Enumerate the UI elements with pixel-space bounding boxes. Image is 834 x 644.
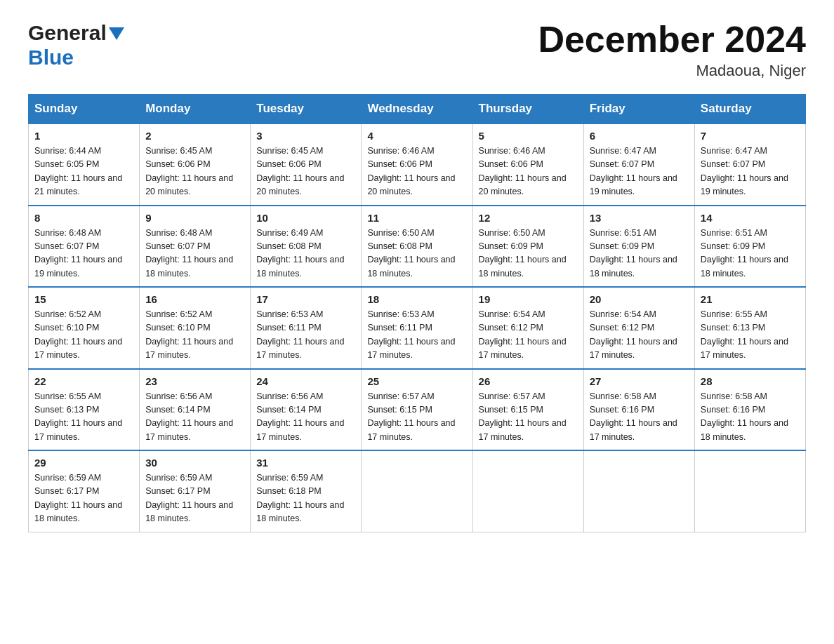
logo: General Blue (28, 21, 124, 69)
calendar-cell: 9 Sunrise: 6:48 AM Sunset: 6:07 PM Dayli… (140, 206, 251, 288)
day-info: Sunrise: 6:53 AM Sunset: 6:11 PM Dayligh… (367, 308, 466, 363)
day-info: Sunrise: 6:51 AM Sunset: 6:09 PM Dayligh… (701, 227, 800, 281)
day-info: Sunrise: 6:48 AM Sunset: 6:07 PM Dayligh… (145, 227, 244, 281)
col-saturday: Saturday (694, 95, 805, 124)
day-info: Sunrise: 6:56 AM Sunset: 6:14 PM Dayligh… (145, 390, 244, 445)
calendar-cell: 26 Sunrise: 6:57 AM Sunset: 6:15 PM Dayl… (472, 369, 583, 451)
calendar-cell: 20 Sunrise: 6:54 AM Sunset: 6:12 PM Dayl… (583, 287, 694, 369)
day-number: 5 (479, 130, 578, 142)
day-number: 19 (479, 293, 578, 305)
day-info: Sunrise: 6:47 AM Sunset: 6:07 PM Dayligh… (590, 145, 689, 199)
day-number: 9 (145, 212, 244, 224)
day-info: Sunrise: 6:58 AM Sunset: 6:16 PM Dayligh… (590, 390, 689, 445)
calendar-cell: 5 Sunrise: 6:46 AM Sunset: 6:06 PM Dayli… (472, 123, 583, 206)
day-number: 1 (34, 130, 133, 142)
calendar-cell: 29 Sunrise: 6:59 AM Sunset: 6:17 PM Dayl… (29, 450, 140, 532)
day-number: 6 (590, 130, 689, 142)
day-number: 27 (590, 375, 689, 387)
day-number: 18 (367, 293, 466, 305)
day-number: 15 (34, 293, 133, 305)
calendar-cell (694, 450, 805, 532)
day-number: 28 (701, 375, 800, 387)
day-info: Sunrise: 6:47 AM Sunset: 6:07 PM Dayligh… (701, 145, 800, 199)
day-number: 11 (367, 212, 466, 224)
calendar-cell: 31 Sunrise: 6:59 AM Sunset: 6:18 PM Dayl… (251, 450, 362, 532)
calendar-cell (472, 450, 583, 532)
day-number: 20 (590, 293, 689, 305)
day-number: 24 (256, 375, 355, 387)
day-number: 2 (145, 130, 244, 142)
day-info: Sunrise: 6:45 AM Sunset: 6:06 PM Dayligh… (145, 145, 244, 199)
day-info: Sunrise: 6:46 AM Sunset: 6:06 PM Dayligh… (479, 145, 578, 199)
calendar-cell: 1 Sunrise: 6:44 AM Sunset: 6:05 PM Dayli… (29, 123, 140, 206)
day-info: Sunrise: 6:59 AM Sunset: 6:17 PM Dayligh… (145, 471, 244, 526)
day-info: Sunrise: 6:57 AM Sunset: 6:15 PM Dayligh… (367, 390, 466, 445)
calendar-cell: 15 Sunrise: 6:52 AM Sunset: 6:10 PM Dayl… (29, 287, 140, 369)
calendar-cell: 7 Sunrise: 6:47 AM Sunset: 6:07 PM Dayli… (694, 123, 805, 206)
col-friday: Friday (583, 95, 694, 124)
day-info: Sunrise: 6:48 AM Sunset: 6:07 PM Dayligh… (34, 227, 133, 281)
calendar-cell: 24 Sunrise: 6:56 AM Sunset: 6:14 PM Dayl… (251, 369, 362, 451)
calendar-week-row: 1 Sunrise: 6:44 AM Sunset: 6:05 PM Dayli… (29, 123, 806, 206)
day-number: 30 (145, 457, 244, 469)
day-number: 3 (256, 130, 355, 142)
day-info: Sunrise: 6:55 AM Sunset: 6:13 PM Dayligh… (701, 308, 800, 363)
day-number: 29 (34, 457, 133, 469)
calendar-table: Sunday Monday Tuesday Wednesday Thursday… (28, 94, 806, 532)
day-info: Sunrise: 6:58 AM Sunset: 6:16 PM Dayligh… (701, 390, 800, 445)
day-number: 22 (34, 375, 133, 387)
col-wednesday: Wednesday (362, 95, 472, 124)
title-block: December 2024 Madaoua, Niger (538, 21, 806, 80)
header-row: Sunday Monday Tuesday Wednesday Thursday… (29, 95, 806, 124)
day-info: Sunrise: 6:55 AM Sunset: 6:13 PM Dayligh… (34, 390, 133, 445)
day-number: 7 (701, 130, 800, 142)
day-info: Sunrise: 6:50 AM Sunset: 6:08 PM Dayligh… (367, 227, 466, 281)
calendar-cell: 3 Sunrise: 6:45 AM Sunset: 6:06 PM Dayli… (251, 123, 362, 206)
calendar-cell (362, 450, 472, 532)
day-info: Sunrise: 6:57 AM Sunset: 6:15 PM Dayligh… (479, 390, 578, 445)
day-info: Sunrise: 6:44 AM Sunset: 6:05 PM Dayligh… (34, 145, 133, 199)
day-info: Sunrise: 6:56 AM Sunset: 6:14 PM Dayligh… (256, 390, 355, 445)
calendar-week-row: 22 Sunrise: 6:55 AM Sunset: 6:13 PM Dayl… (29, 369, 806, 451)
col-tuesday: Tuesday (251, 95, 362, 124)
day-number: 10 (256, 212, 355, 224)
calendar-cell: 10 Sunrise: 6:49 AM Sunset: 6:08 PM Dayl… (251, 206, 362, 288)
location-subtitle: Madaoua, Niger (538, 62, 806, 80)
calendar-cell: 28 Sunrise: 6:58 AM Sunset: 6:16 PM Dayl… (694, 369, 805, 451)
calendar-cell (583, 450, 694, 532)
day-info: Sunrise: 6:59 AM Sunset: 6:17 PM Dayligh… (34, 471, 133, 526)
logo-general-text: General (28, 21, 107, 46)
day-number: 4 (367, 130, 466, 142)
day-number: 8 (34, 212, 133, 224)
day-info: Sunrise: 6:49 AM Sunset: 6:08 PM Dayligh… (256, 227, 355, 281)
calendar-cell: 8 Sunrise: 6:48 AM Sunset: 6:07 PM Dayli… (29, 206, 140, 288)
calendar-cell: 19 Sunrise: 6:54 AM Sunset: 6:12 PM Dayl… (472, 287, 583, 369)
calendar-cell: 4 Sunrise: 6:46 AM Sunset: 6:06 PM Dayli… (362, 123, 472, 206)
day-number: 21 (701, 293, 800, 305)
calendar-cell: 23 Sunrise: 6:56 AM Sunset: 6:14 PM Dayl… (140, 369, 251, 451)
day-info: Sunrise: 6:54 AM Sunset: 6:12 PM Dayligh… (590, 308, 689, 363)
calendar-cell: 12 Sunrise: 6:50 AM Sunset: 6:09 PM Dayl… (472, 206, 583, 288)
calendar-cell: 21 Sunrise: 6:55 AM Sunset: 6:13 PM Dayl… (694, 287, 805, 369)
day-number: 31 (256, 457, 355, 469)
day-info: Sunrise: 6:50 AM Sunset: 6:09 PM Dayligh… (479, 227, 578, 281)
svg-marker-0 (109, 27, 124, 40)
logo-arrow-icon (109, 22, 124, 47)
day-info: Sunrise: 6:51 AM Sunset: 6:09 PM Dayligh… (590, 227, 689, 281)
day-number: 13 (590, 212, 689, 224)
calendar-cell: 22 Sunrise: 6:55 AM Sunset: 6:13 PM Dayl… (29, 369, 140, 451)
day-number: 17 (256, 293, 355, 305)
day-info: Sunrise: 6:46 AM Sunset: 6:06 PM Dayligh… (367, 145, 466, 199)
day-info: Sunrise: 6:45 AM Sunset: 6:06 PM Dayligh… (256, 145, 355, 199)
calendar-cell: 6 Sunrise: 6:47 AM Sunset: 6:07 PM Dayli… (583, 123, 694, 206)
col-sunday: Sunday (29, 95, 140, 124)
calendar-cell: 30 Sunrise: 6:59 AM Sunset: 6:17 PM Dayl… (140, 450, 251, 532)
day-info: Sunrise: 6:54 AM Sunset: 6:12 PM Dayligh… (479, 308, 578, 363)
page-header: General Blue December 2024 Madaoua, Nige… (28, 21, 806, 80)
calendar-cell: 25 Sunrise: 6:57 AM Sunset: 6:15 PM Dayl… (362, 369, 472, 451)
day-number: 14 (701, 212, 800, 224)
month-title: December 2024 (538, 21, 806, 58)
day-number: 12 (479, 212, 578, 224)
calendar-cell: 11 Sunrise: 6:50 AM Sunset: 6:08 PM Dayl… (362, 206, 472, 288)
col-monday: Monday (140, 95, 251, 124)
